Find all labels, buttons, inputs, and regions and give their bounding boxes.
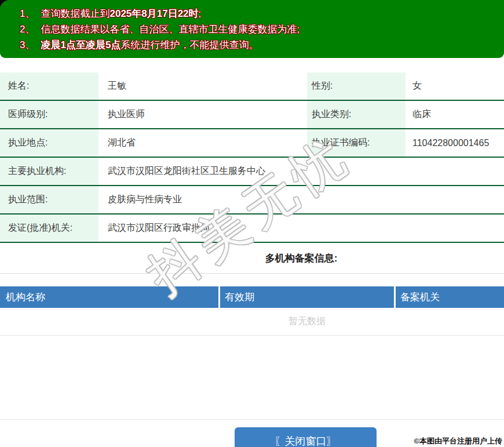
field-label-issuing-authority: 发证(批准)机关: [0, 215, 98, 242]
notice-line-1: 1、查询数据截止到2025年8月17日22时; [20, 6, 504, 21]
multi-org-section-title: 多机构备案信息: [98, 252, 504, 265]
notice-text: 查询数据截止到 [41, 8, 109, 19]
notice-number: 2、 [20, 24, 35, 35]
notice-banner: 1、查询数据截止到2025年8月17日22时; 2、信息数据结果以各省、自治区、… [0, 0, 504, 58]
field-value-main-institution: 武汉市汉阳区龙阳街社区卫生服务中心 [98, 158, 504, 185]
upload-credit-text: ©本图由平台注册用户上传 [414, 436, 502, 446]
table-row: 发证(批准)机关: 武汉市汉阳区行政审批局 [0, 215, 504, 243]
license-query-page: 1、查询数据截止到2025年8月17日22时; 2、信息数据结果以各省、自治区、… [0, 0, 504, 447]
multi-org-section: 多机构备案信息: [0, 243, 504, 274]
field-label-gender: 性别: [307, 72, 406, 100]
column-header-validity-period: 有效期 [220, 286, 394, 308]
multi-org-empty-row: 暂无数据 [0, 308, 504, 336]
field-value-practice-category: 临床 [406, 101, 504, 128]
table-row: 姓名: 王敏 性别: 女 [0, 72, 504, 101]
field-label-practice-scope: 执业范围: [0, 186, 98, 213]
field-value-name: 王敏 [98, 72, 307, 100]
field-value-gender: 女 [406, 72, 504, 100]
notice-text-bold: 凌晨1点至凌晨5点 [41, 39, 120, 50]
field-label-practice-category: 执业类别: [307, 101, 406, 128]
field-value-practice-scope: 皮肤病与性病专业 [98, 186, 504, 213]
close-window-button[interactable]: 〖关闭窗口〗 [235, 427, 377, 447]
table-row: 执业地点: 湖北省 执业证书编码: 110422800001465 [0, 129, 504, 158]
field-value-doctor-level: 执业医师 [98, 101, 307, 128]
notice-line-3: 3、凌晨1点至凌晨5点系统进行维护，不能提供查询。 [20, 37, 504, 53]
notice-number: 3、 [20, 39, 35, 50]
field-label-main-institution: 主要执业机构: [0, 158, 98, 185]
field-label-doctor-level: 医师级别: [0, 101, 98, 128]
field-label-name: 姓名: [0, 72, 98, 100]
no-data-text: 暂无数据 [110, 315, 504, 328]
field-label-practice-location: 执业地点: [0, 129, 98, 157]
table-row: 主要执业机构: 武汉市汉阳区龙阳街社区卫生服务中心 [0, 158, 504, 186]
practitioner-info-table: 姓名: 王敏 性别: 女 医师级别: 执业医师 执业类别: 临床 执业地点: 湖… [0, 72, 504, 243]
table-row: 医师级别: 执业医师 执业类别: 临床 [0, 101, 504, 129]
multi-org-table-header: 机构名称 有效期 备案机关 [0, 286, 504, 308]
column-header-record-authority: 备案机关 [396, 286, 504, 308]
notice-text: 信息数据结果以各省、自治区、直辖市卫生健康委数据为准; [41, 24, 300, 35]
field-value-issuing-authority: 武汉市汉阳区行政审批局 [98, 215, 504, 242]
column-header-institution-name: 机构名称 [0, 286, 218, 308]
footer-divider [0, 419, 504, 420]
notice-line-2: 2、信息数据结果以各省、自治区、直辖市卫生健康委数据为准; [20, 21, 504, 37]
notice-text: 系统进行维护，不能提供查询。 [120, 39, 258, 50]
notice-number: 1、 [20, 8, 35, 19]
field-label-certificate-number: 执业证书编码: [307, 129, 406, 157]
notice-text: ; [199, 8, 202, 19]
table-row: 执业范围: 皮肤病与性病专业 [0, 186, 504, 215]
notice-text-bold: 2025年8月17日22时 [109, 8, 198, 19]
field-value-certificate-number: 110422800001465 [406, 129, 504, 157]
field-value-practice-location: 湖北省 [98, 129, 307, 157]
